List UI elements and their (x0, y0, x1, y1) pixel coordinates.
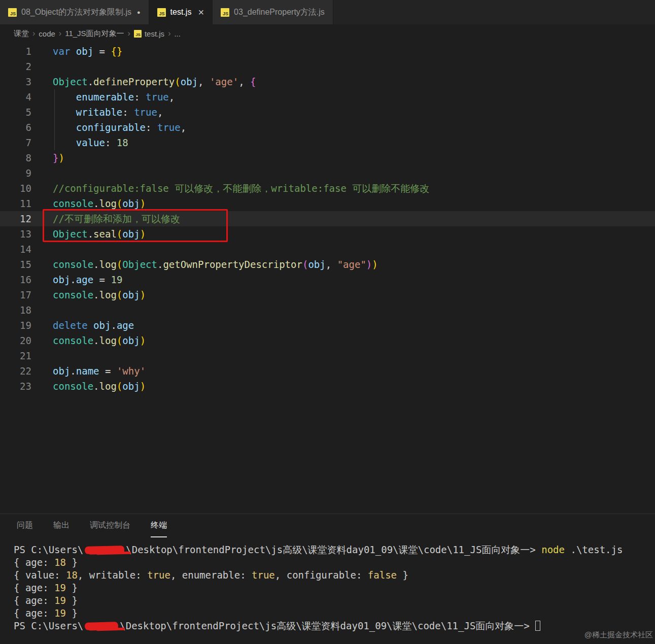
chevron-right-icon: › (168, 29, 170, 38)
code-line[interactable]: 17console.log(obj) (0, 287, 655, 302)
code-token: log (99, 335, 117, 346)
breadcrumb-label: 11_JS面向对象一 (65, 29, 124, 39)
code-line[interactable]: 23console.log(obj) (0, 379, 655, 394)
code-line[interactable]: 7 value: 18 (0, 135, 655, 150)
code-token: obj (308, 259, 325, 270)
code-token: true (134, 107, 157, 118)
terminal-line: PS C:\Users\\Desktop\frontendProject\js高… (14, 620, 655, 632)
terminal-token: 19 (54, 607, 66, 619)
code-token: age (76, 274, 93, 285)
code-token: . (93, 198, 99, 209)
line-number: 20 (0, 333, 31, 348)
breadcrumb-item[interactable]: 课堂 (14, 29, 29, 39)
code-token: delete (53, 320, 88, 331)
line-number: 13 (0, 226, 31, 242)
code-line[interactable]: 14 (0, 242, 655, 257)
panel-tab-输出[interactable]: 输出 (53, 514, 70, 537)
code-token: console (53, 335, 93, 346)
line-content: console.log(obj) (31, 287, 146, 302)
code-token: . (93, 381, 99, 392)
line-content (31, 302, 53, 318)
breadcrumb-item[interactable]: code (39, 29, 55, 38)
terminal-token: 18 (54, 557, 66, 568)
code-line[interactable]: 4 enumerable: true, (0, 89, 655, 105)
line-content: console.log(obj) (31, 379, 146, 394)
line-number: 9 (0, 165, 31, 181)
panel-tab-问题[interactable]: 问题 (17, 514, 33, 537)
code-editor[interactable]: 1var obj = {}23Object.defineProperty(obj… (0, 43, 655, 514)
code-token (88, 320, 93, 331)
code-line[interactable]: 21 (0, 348, 655, 363)
code-line[interactable]: 5 writable: true, (0, 105, 655, 120)
code-line[interactable]: 22obj.name = 'why' (0, 363, 655, 379)
code-token: enumerable (76, 91, 134, 103)
panel-tab-bar: 问题输出调试控制台终端 (0, 514, 655, 537)
terminal-token: { age: (14, 557, 54, 568)
terminal-token: } (397, 569, 408, 581)
line-content: var obj = {} (31, 44, 122, 59)
line-content: obj.age = 19 (31, 272, 122, 287)
line-content: console.log(Object.getOwnPropertyDescrip… (31, 257, 378, 272)
code-line[interactable]: 9 (0, 165, 655, 181)
editor-tab-2[interactable]: JStest.js× (149, 0, 213, 24)
code-token: var (53, 46, 70, 57)
line-content (31, 242, 53, 257)
editor-tab-1[interactable]: JS08_Object的方法对对象限制.js● (0, 0, 149, 24)
code-token: . (111, 320, 116, 331)
code-token: "age" (337, 259, 366, 270)
code-token: ) (140, 289, 146, 300)
code-line[interactable]: 6 configurable: true, (0, 120, 655, 135)
code-token: value (76, 137, 105, 148)
code-token: } (53, 152, 58, 163)
js-file-icon: JS (134, 30, 142, 38)
breadcrumb-label: code (39, 29, 55, 38)
terminal-output[interactable]: PS C:\Users\\Desktop\frontendProject\js高… (0, 537, 655, 632)
code-line[interactable]: 16obj.age = 19 (0, 272, 655, 287)
code-token (53, 122, 76, 133)
line-number: 7 (0, 135, 31, 150)
line-number: 12 (0, 211, 31, 226)
code-token: . (70, 365, 76, 377)
code-line[interactable]: 3Object.defineProperty(obj, 'age', { (0, 74, 655, 89)
code-line[interactable]: 2 (0, 59, 655, 74)
line-content: console.log(obj) (31, 196, 146, 211)
code-line[interactable]: 12//不可删除和添加，可以修改 (0, 211, 655, 226)
line-content: delete obj.age (31, 318, 134, 333)
code-line[interactable]: 10//configurable:false 可以修改，不能删除，writabl… (0, 181, 655, 196)
watermark: @稀土掘金技术社区 (584, 630, 653, 640)
line-content (31, 59, 53, 74)
code-token: seal (93, 228, 117, 240)
code-token: 19 (111, 274, 122, 285)
code-line[interactable]: 18 (0, 302, 655, 318)
code-line[interactable]: 19delete obj.age (0, 318, 655, 333)
code-line[interactable]: 1var obj = {} (0, 44, 655, 59)
redaction-scribble (85, 546, 124, 554)
code-line[interactable]: 8}) (0, 150, 655, 165)
code-token: 18 (117, 137, 128, 148)
editor-tab-3[interactable]: JS03_defineProperty方法.js (213, 0, 333, 24)
code-token: . (70, 274, 76, 285)
breadcrumb-item[interactable]: ... (174, 29, 181, 38)
code-token: log (99, 381, 117, 392)
code-line[interactable]: 13Object.seal(obj) (0, 226, 655, 242)
terminal-token: 18 (66, 569, 78, 581)
code-line[interactable]: 15console.log(Object.getOwnPropertyDescr… (0, 257, 655, 272)
code-token: . (88, 228, 93, 240)
code-line[interactable]: 20console.log(obj) (0, 333, 655, 348)
code-token: . (93, 259, 99, 270)
breadcrumb-item[interactable]: 11_JS面向对象一 (65, 29, 124, 39)
breadcrumb-item[interactable]: JStest.js (134, 29, 164, 38)
code-token (53, 107, 76, 118)
code-token: ) (140, 381, 146, 392)
terminal-line: { age: 19 } (14, 607, 655, 620)
line-number: 8 (0, 150, 31, 165)
line-number: 2 (0, 59, 31, 74)
close-icon[interactable]: × (198, 7, 204, 17)
panel-tab-调试控制台[interactable]: 调试控制台 (90, 514, 130, 537)
code-token: , (181, 122, 186, 133)
code-line[interactable]: 11console.log(obj) (0, 196, 655, 211)
code-token: ( (117, 259, 122, 270)
panel-tab-终端[interactable]: 终端 (151, 514, 167, 537)
code-token: 'age' (210, 76, 238, 87)
line-number: 17 (0, 287, 31, 302)
